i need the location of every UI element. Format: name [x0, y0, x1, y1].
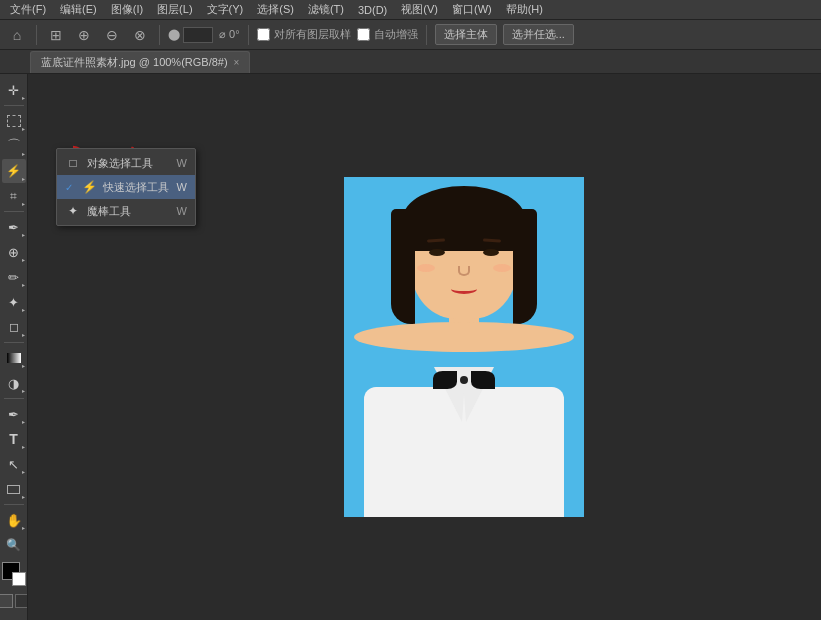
menu-view[interactable]: 视图(V)	[395, 1, 444, 18]
tool-dropdown-menu: □ 对象选择工具 W ✓ ⚡ 快速选择工具 W ✦ 魔棒工具 W	[56, 148, 196, 226]
tab-title: 蓝底证件照素材.jpg @ 100%(RGB/8#)	[41, 55, 228, 70]
menu-layer[interactable]: 图层(L)	[151, 1, 198, 18]
separator-1	[36, 25, 37, 45]
bow-tie	[433, 371, 495, 389]
left-toolbar: ✛ ▸ ▸ ⌒ ▸ ⚡ ▸ ⌗ ▸ ✒ ▸	[0, 74, 28, 620]
eraser-tool[interactable]: ◻ ▸	[2, 315, 26, 339]
background-color[interactable]	[12, 572, 26, 586]
menu-window[interactable]: 窗口(W)	[446, 1, 498, 18]
auto-enhance-checkbox[interactable]	[357, 28, 370, 41]
menu-image[interactable]: 图像(I)	[105, 1, 149, 18]
eraser-icon: ◻	[9, 320, 19, 334]
tab-close-button[interactable]: ×	[234, 57, 240, 68]
crop-icon: ⌗	[10, 189, 17, 203]
checkmark-icon: ✓	[65, 182, 73, 193]
eyedropper-tool[interactable]: ✒ ▸	[2, 215, 26, 239]
intersect-selection-icon[interactable]: ⊗	[129, 24, 151, 46]
photo-background	[344, 177, 584, 517]
menu-help[interactable]: 帮助(H)	[500, 1, 549, 18]
hand-icon: ✋	[6, 513, 22, 528]
rect-select-icon	[7, 115, 21, 127]
menu-3d[interactable]: 3D(D)	[352, 3, 393, 17]
dropdown-item-label-2: 快速选择工具	[103, 180, 171, 195]
text-tool[interactable]: T ▸	[2, 427, 26, 451]
document-tab[interactable]: 蓝底证件照素材.jpg @ 100%(RGB/8#) ×	[30, 51, 250, 73]
move-icon: ✛	[8, 83, 19, 98]
corner-arrow-icon-17: ▸	[22, 524, 25, 531]
toolbar-separator-5	[4, 504, 24, 505]
tab-bar: 蓝底证件照素材.jpg @ 100%(RGB/8#) ×	[0, 50, 821, 74]
stamp-icon: ✦	[8, 295, 19, 310]
main-area: ✛ ▸ ▸ ⌒ ▸ ⚡ ▸ ⌗ ▸ ✒ ▸	[0, 74, 821, 620]
select-refine-button[interactable]: 选并任选...	[503, 24, 574, 45]
move-tool[interactable]: ✛ ▸	[2, 78, 26, 102]
menu-filter[interactable]: 滤镜(T)	[302, 1, 350, 18]
pen-icon: ✒	[8, 407, 19, 422]
eyedropper-icon: ✒	[8, 220, 19, 235]
corner-arrow-icon-10: ▸	[22, 331, 25, 338]
corner-arrow-icon-12: ▸	[22, 387, 25, 394]
brush-size-icon: ⬤	[168, 28, 180, 41]
zoom-tool[interactable]: 🔍	[2, 533, 26, 557]
corner-arrow-icon-16: ▸	[22, 493, 25, 500]
quick-select-menu-icon: ⚡	[81, 179, 97, 195]
dodge-icon: ◑	[8, 376, 19, 391]
dropdown-item-magic-wand[interactable]: ✦ 魔棒工具 W	[57, 199, 195, 223]
corner-arrow-icon-14: ▸	[22, 443, 25, 450]
corner-arrow-icon-4: ▸	[22, 175, 25, 182]
corner-arrow-icon-7: ▸	[22, 256, 25, 263]
angle-icon: ⌀	[219, 28, 226, 40]
new-selection-icon[interactable]: ⊞	[45, 24, 67, 46]
menu-text[interactable]: 文字(Y)	[201, 1, 250, 18]
screen-mode-icon[interactable]	[15, 594, 29, 608]
nose	[458, 266, 470, 276]
shape-icon	[7, 485, 20, 494]
left-cheek	[417, 264, 435, 272]
dodge-tool[interactable]: ◑ ▸	[2, 371, 26, 395]
brush-size-group: ⬤ 30	[168, 27, 213, 43]
dropdown-item-label-1: 对象选择工具	[87, 156, 171, 171]
all-layers-group: 对所有图层取样	[257, 27, 351, 42]
hand-tool[interactable]: ✋ ▸	[2, 508, 26, 532]
rect-select-tool[interactable]: ▸	[2, 109, 26, 133]
shape-tool[interactable]: ▸	[2, 477, 26, 501]
dropdown-item-object-select[interactable]: □ 对象选择工具 W	[57, 151, 195, 175]
select-subject-button[interactable]: 选择主体	[435, 24, 497, 45]
crop-tool[interactable]: ⌗ ▸	[2, 184, 26, 208]
gradient-tool[interactable]: ▸	[2, 346, 26, 370]
pen-tool[interactable]: ✒ ▸	[2, 402, 26, 426]
left-eye	[429, 249, 445, 256]
quick-select-tool[interactable]: ⚡ ▸	[2, 159, 26, 183]
right-cheek	[493, 264, 511, 272]
canvas-area[interactable]: □ 对象选择工具 W ✓ ⚡ 快速选择工具 W ✦ 魔棒工具 W	[28, 74, 821, 620]
quick-mask-icon[interactable]	[0, 594, 13, 608]
gradient-icon	[7, 353, 21, 363]
subtract-selection-icon[interactable]: ⊖	[101, 24, 123, 46]
separator-3	[248, 25, 249, 45]
home-icon[interactable]: ⌂	[6, 24, 28, 46]
brush-size-input[interactable]: 30	[183, 27, 213, 43]
all-layers-checkbox[interactable]	[257, 28, 270, 41]
auto-enhance-group: 自动增强	[357, 27, 418, 42]
dropdown-item-key-2: W	[177, 181, 187, 193]
lasso-tool[interactable]: ⌒ ▸	[2, 134, 26, 158]
corner-arrow-icon-3: ▸	[22, 150, 25, 157]
photo-container	[344, 177, 584, 517]
brush-tool[interactable]: ✏ ▸	[2, 265, 26, 289]
corner-arrow-icon-9: ▸	[22, 306, 25, 313]
corner-arrow-icon-15: ▸	[22, 468, 25, 475]
toolbar-separator-1	[4, 105, 24, 106]
heal-tool[interactable]: ⊕ ▸	[2, 240, 26, 264]
dropdown-item-quick-select[interactable]: ✓ ⚡ 快速选择工具 W	[57, 175, 195, 199]
path-select-tool[interactable]: ↖ ▸	[2, 452, 26, 476]
stamp-tool[interactable]: ✦ ▸	[2, 290, 26, 314]
object-select-icon: □	[65, 155, 81, 171]
corner-arrow-icon-2: ▸	[22, 125, 25, 132]
add-selection-icon[interactable]: ⊕	[73, 24, 95, 46]
menu-file[interactable]: 文件(F)	[4, 1, 52, 18]
dropdown-item-key-1: W	[177, 157, 187, 169]
menu-edit[interactable]: 编辑(E)	[54, 1, 103, 18]
menu-select[interactable]: 选择(S)	[251, 1, 300, 18]
hair-right	[513, 209, 537, 324]
shoulders	[354, 322, 574, 352]
